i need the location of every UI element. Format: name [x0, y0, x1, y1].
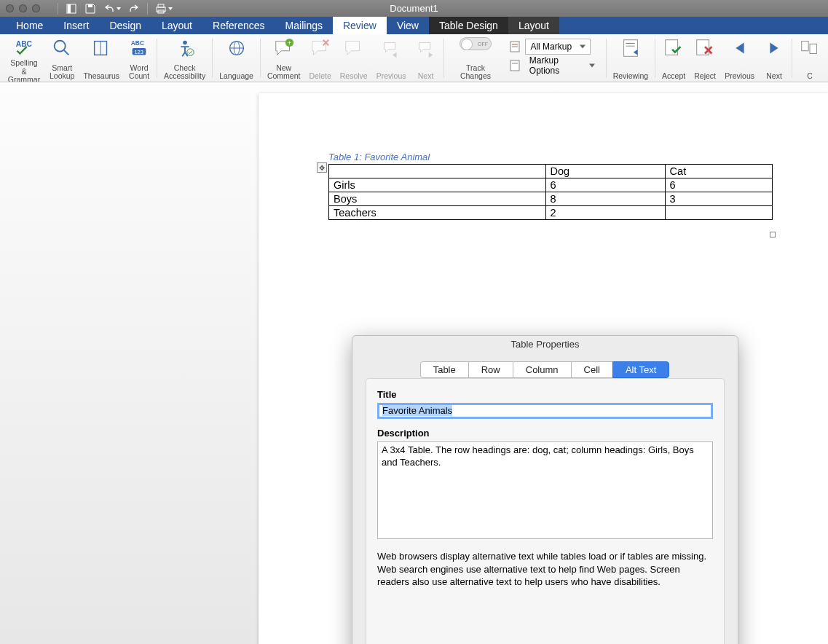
table-cell[interactable]: Girls	[329, 178, 546, 192]
word-count-icon: ABC123	[128, 37, 150, 59]
thesaurus-label: Thesaurus	[83, 72, 119, 81]
table-move-handle-icon[interactable]: ✥	[317, 162, 327, 173]
tab-home[interactable]: Home	[6, 17, 53, 34]
markup-options-button[interactable]: Markup Options	[525, 58, 599, 74]
previous-change-button[interactable]: Previous	[720, 37, 759, 81]
tab-mailings[interactable]: Mailings	[275, 17, 333, 34]
table-cell[interactable]: 6	[545, 178, 665, 192]
smart-lookup-icon	[51, 37, 73, 59]
tab-insert[interactable]: Insert	[53, 17, 99, 34]
resolve-icon	[343, 37, 365, 59]
next-change-button[interactable]: Next	[759, 37, 789, 81]
spelling-icon: ABC	[13, 37, 35, 59]
compare-button[interactable]: C	[795, 37, 825, 81]
save-button[interactable]	[82, 1, 99, 16]
previous-comment-icon	[380, 37, 402, 59]
reject-button[interactable]: Reject	[690, 37, 720, 81]
table-cell[interactable]: 8	[545, 192, 665, 206]
track-changes-toggle[interactable]: OFF	[460, 37, 492, 50]
svg-text:+: +	[287, 39, 291, 47]
smart-lookup-label: Smart Lookup	[50, 64, 74, 81]
delete-comment-button[interactable]: Delete	[304, 37, 335, 81]
table-caption[interactable]: Table 1: Favorite Animal	[328, 152, 758, 162]
tab-table-design[interactable]: Table Design	[429, 17, 508, 34]
undo-button[interactable]	[100, 1, 124, 16]
smart-lookup-button[interactable]: Smart Lookup	[45, 37, 79, 81]
dialog-tab-column[interactable]: Column	[513, 361, 572, 378]
tab-view[interactable]: View	[387, 17, 429, 34]
new-comment-icon: +	[273, 37, 295, 59]
minimize-window-icon[interactable]	[19, 4, 27, 12]
zoom-window-icon[interactable]	[32, 4, 40, 12]
table-cell[interactable]: Teachers	[329, 206, 546, 220]
table-row: Teachers 2	[329, 206, 773, 220]
titlebar: Document1	[0, 0, 828, 17]
language-label: Language	[219, 72, 253, 81]
table-cell[interactable]	[665, 206, 772, 220]
next-comment-icon	[415, 37, 437, 59]
svg-rect-1	[68, 4, 71, 13]
svg-line-8	[64, 50, 69, 55]
markup-options-icon	[509, 59, 521, 72]
accessibility-icon	[174, 37, 196, 59]
next-comment-button[interactable]: Next	[411, 37, 441, 81]
svg-rect-36	[810, 44, 816, 53]
reviewing-icon	[620, 37, 642, 59]
description-field-label: Description	[377, 428, 713, 439]
alt-text-help: Web browsers display alternative text wh…	[377, 550, 713, 589]
delete-comment-icon	[309, 37, 331, 59]
table-row: Dog Cat	[329, 165, 773, 178]
resolve-comment-button[interactable]: Resolve	[336, 37, 372, 81]
table-resize-handle-icon[interactable]	[770, 232, 776, 237]
reject-label: Reject	[694, 72, 716, 81]
previous-comment-button[interactable]: Previous	[372, 37, 411, 81]
title-input[interactable]: Favorite Animals	[377, 403, 713, 419]
spelling-label: Spelling & Grammar	[7, 59, 41, 82]
markup-controls: All Markup Markup Options	[505, 37, 603, 81]
dialog-tab-row[interactable]: Row	[468, 361, 513, 378]
thesaurus-button[interactable]: Thesaurus	[79, 37, 124, 81]
reviewing-pane-button[interactable]: Reviewing	[609, 37, 652, 81]
tab-table-layout[interactable]: Layout	[508, 17, 559, 34]
table-cell[interactable]: Cat	[665, 165, 772, 178]
compare-label: C	[807, 72, 813, 81]
check-accessibility-button[interactable]: Check Accessibility	[159, 37, 210, 81]
tab-design[interactable]: Design	[99, 17, 151, 34]
description-textarea[interactable]	[377, 441, 713, 539]
markup-view-select[interactable]: All Markup	[525, 39, 591, 55]
previous-change-label: Previous	[725, 72, 754, 81]
svg-point-15	[186, 49, 193, 55]
markup-doc-icon	[509, 40, 522, 53]
language-button[interactable]: Language	[215, 37, 258, 81]
tab-references[interactable]: References	[202, 17, 275, 34]
previous-comment-label: Previous	[376, 72, 406, 81]
accept-button[interactable]: Accept	[658, 37, 690, 81]
table-cell[interactable]	[329, 165, 546, 178]
document-table[interactable]: Dog Cat Girls 6 6 Boys 8 3 Teachers 2	[328, 164, 773, 220]
compare-icon	[799, 37, 821, 59]
dialog-tab-alt-text[interactable]: Alt Text	[612, 361, 669, 378]
tab-layout[interactable]: Layout	[151, 17, 202, 34]
dialog-tab-table[interactable]: Table	[420, 361, 469, 378]
table-cell[interactable]: Boys	[329, 192, 546, 206]
dialog-title: Table Properties	[352, 336, 738, 356]
next-comment-label: Next	[418, 72, 434, 81]
redo-button[interactable]	[125, 1, 143, 16]
table-row: Boys 8 3	[329, 192, 773, 206]
tab-review[interactable]: Review	[333, 17, 387, 34]
language-icon	[226, 37, 248, 59]
spelling-grammar-button[interactable]: ABC Spelling & Grammar	[3, 37, 45, 81]
table-cell[interactable]: 6	[665, 178, 772, 192]
dialog-tab-cell[interactable]: Cell	[571, 361, 613, 378]
print-button[interactable]	[152, 1, 176, 16]
new-comment-button[interactable]: + New Comment	[263, 37, 305, 81]
table-cell[interactable]: Dog	[545, 165, 665, 178]
table-cell[interactable]: 2	[545, 206, 665, 220]
track-changes-button[interactable]: OFF Track Changes	[446, 37, 505, 81]
word-count-button[interactable]: ABC123 Word Count	[124, 37, 154, 81]
close-window-icon[interactable]	[6, 4, 14, 12]
autosave-button[interactable]	[63, 1, 80, 16]
table-cell[interactable]: 3	[665, 192, 772, 206]
resolve-label: Resolve	[340, 72, 368, 81]
svg-point-14	[183, 41, 187, 45]
